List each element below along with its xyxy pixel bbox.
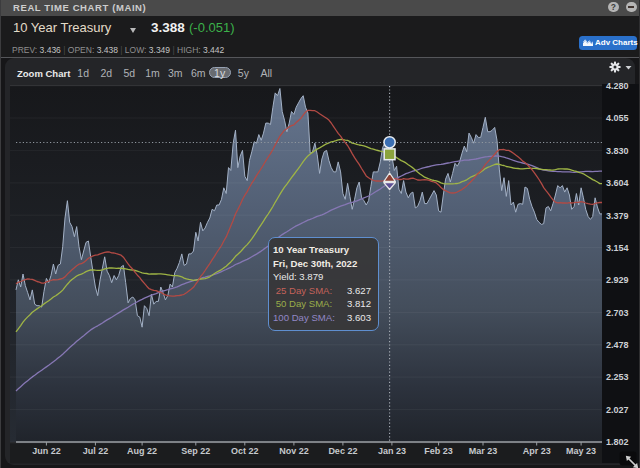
svg-text:2.703: 2.703 xyxy=(606,308,629,318)
svg-text:1.802: 1.802 xyxy=(606,437,629,447)
svg-text:3.379: 3.379 xyxy=(606,211,629,221)
svg-text:Feb 23: Feb 23 xyxy=(424,446,453,456)
svg-text:Dec 22: Dec 22 xyxy=(328,446,357,456)
svg-text:2.253: 2.253 xyxy=(606,372,629,382)
svg-text:Apr 23: Apr 23 xyxy=(523,446,551,456)
svg-text:Aug 22: Aug 22 xyxy=(127,446,157,456)
svg-text:4.055: 4.055 xyxy=(606,113,629,123)
svg-text:Jan 23: Jan 23 xyxy=(378,446,406,456)
svg-text:3.154: 3.154 xyxy=(606,243,629,253)
svg-text:Mar 23: Mar 23 xyxy=(469,446,498,456)
svg-text:3.604: 3.604 xyxy=(606,178,629,188)
svg-text:Nov 22: Nov 22 xyxy=(279,446,309,456)
svg-text:3.830: 3.830 xyxy=(606,146,629,156)
svg-text:2.478: 2.478 xyxy=(606,340,629,350)
svg-text:Jun 22: Jun 22 xyxy=(32,446,61,456)
svg-text:2.929: 2.929 xyxy=(606,275,629,285)
svg-text:Oct 22: Oct 22 xyxy=(231,446,259,456)
svg-text:2.027: 2.027 xyxy=(606,405,629,415)
svg-text:Jul 22: Jul 22 xyxy=(83,446,109,456)
svg-text:May 23: May 23 xyxy=(566,446,596,456)
svg-text:4.280: 4.280 xyxy=(606,81,629,91)
svg-text:Sep 22: Sep 22 xyxy=(181,446,210,456)
